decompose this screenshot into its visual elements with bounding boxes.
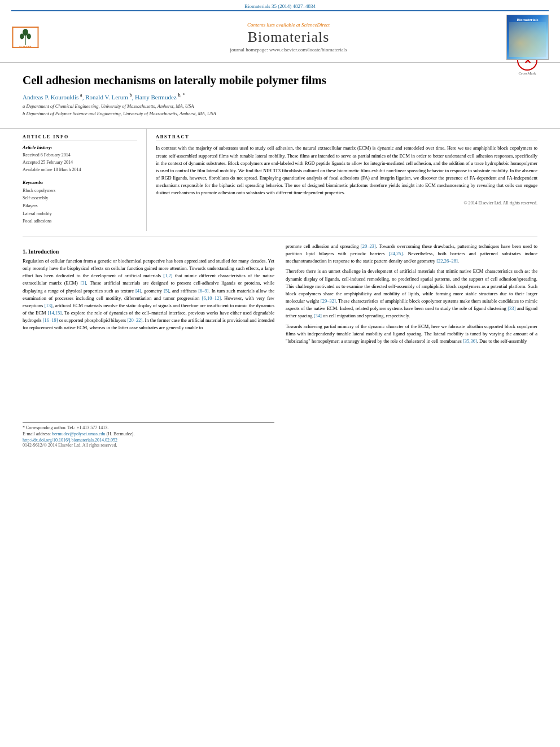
svg-point-8 bbox=[27, 34, 30, 40]
keyword-1: Block copolymers bbox=[23, 187, 137, 195]
journal-homepage-url: journal homepage: www.elsevier.com/locat… bbox=[79, 47, 498, 53]
author-names: Andreas P. Kourouklis a, Ronald V. Lerum… bbox=[23, 94, 185, 101]
journal-reference: Biomaterials 35 (2014) 4827–4834 bbox=[0, 0, 560, 10]
publisher-logo-area: ELSEVIER bbox=[11, 26, 79, 49]
ref-33[interactable]: [33] bbox=[508, 305, 515, 311]
affiliation-a: a Department of Chemical Engineering, Un… bbox=[23, 103, 537, 110]
affiliation-b: b Department of Polymer Science and Engi… bbox=[23, 110, 537, 117]
doi-link[interactable]: http://dx.doi.org/10.1016/j.biomaterials… bbox=[23, 438, 274, 443]
email-link[interactable]: bermudez@polysci.umas.edu bbox=[52, 431, 105, 436]
keywords-label: Keywords: bbox=[23, 180, 137, 185]
ref-24-25[interactable]: [24,25] bbox=[389, 251, 403, 256]
article-history-label: Article history: bbox=[23, 145, 137, 150]
ref-14-15[interactable]: [14,15] bbox=[47, 310, 62, 316]
journal-title-area: Contents lists available at ScienceDirec… bbox=[79, 22, 498, 53]
svg-text:ELSEVIER: ELSEVIER bbox=[19, 45, 32, 48]
keyword-5: Focal adhesions bbox=[23, 217, 137, 225]
elsevier-logo-icon: ELSEVIER bbox=[11, 26, 40, 49]
svg-rect-3 bbox=[12, 27, 14, 48]
footnote-area: * Corresponding author. Tel.: +1 413 577… bbox=[23, 422, 274, 448]
svg-point-7 bbox=[20, 34, 24, 40]
intro-para-1: Regulation of cellular function from a g… bbox=[23, 257, 274, 332]
article-info-column: ARTICLE INFO Article history: Received 6… bbox=[23, 129, 147, 230]
ref-6-9[interactable]: [6–9] bbox=[198, 288, 208, 294]
abstract-column: ABSTRACT In contrast with the majority o… bbox=[156, 129, 537, 230]
crossmark-label: CrossMark bbox=[517, 71, 537, 76]
ref-5[interactable]: [5] bbox=[164, 288, 169, 294]
section-divider bbox=[23, 237, 537, 237]
svg-rect-1 bbox=[12, 27, 39, 28]
journal-cover-area: Biomaterials bbox=[498, 15, 549, 60]
issn-line: 0142-9612/© 2014 Elsevier Ltd. All right… bbox=[23, 443, 274, 448]
article-info-label: ARTICLE INFO bbox=[23, 134, 137, 141]
received-date: Received 6 February 2014 bbox=[23, 152, 137, 159]
keyword-3: Bilayers bbox=[23, 202, 137, 210]
author-list: Andreas P. Kourouklis a, Ronald V. Lerum… bbox=[23, 93, 537, 101]
email-person: (H. Bermudez). bbox=[106, 431, 134, 436]
footnote-corresponding: * Corresponding author. Tel.: +1 413 577… bbox=[23, 425, 274, 430]
copyright-notice: © 2014 Elsevier Ltd. All rights reserved… bbox=[156, 200, 537, 206]
footnote-email: E-mail address: bermudez@polysci.umas.ed… bbox=[23, 431, 274, 436]
accepted-date: Accepted 25 February 2014 bbox=[23, 159, 137, 167]
info-abstract-section: ARTICLE INFO Article history: Received 6… bbox=[0, 128, 560, 230]
journal-ref-text: Biomaterials 35 (2014) 4827–4834 bbox=[244, 3, 316, 9]
ref-34[interactable]: [34] bbox=[314, 313, 322, 318]
introduction-heading: 1. Introduction bbox=[23, 248, 274, 255]
journal-name: Biomaterials bbox=[79, 29, 498, 46]
intro-para-2: promote cell adhesion and spreading [20–… bbox=[286, 243, 537, 265]
ref-4[interactable]: [4] bbox=[135, 288, 141, 294]
email-label: E-mail address: bbox=[23, 431, 51, 436]
ref-22-26-28[interactable]: [22,26–28] bbox=[436, 258, 458, 264]
journal-cover-image: Biomaterials bbox=[506, 15, 549, 60]
ref-13[interactable]: [13] bbox=[45, 303, 53, 308]
ref-1-2[interactable]: [1,2] bbox=[163, 273, 172, 278]
journal-header: ELSEVIER Contents lists available at Sci… bbox=[0, 11, 560, 63]
ref-35-36[interactable]: [35,36] bbox=[463, 338, 477, 344]
intro-para-4: Towards achieving partial mimicry of the… bbox=[286, 323, 537, 346]
sciencedirect-note: Contents lists available at ScienceDirec… bbox=[79, 22, 498, 28]
abstract-text: In contrast with the majority of substra… bbox=[156, 145, 537, 196]
ref-6-10-12[interactable]: [6,10–12] bbox=[202, 295, 221, 301]
sciencedirect-label: ScienceDirect bbox=[301, 22, 330, 28]
svg-rect-4 bbox=[38, 27, 39, 48]
ref-20-22[interactable]: [20–22] bbox=[127, 317, 142, 323]
ref-16-19[interactable]: [16–19] bbox=[43, 317, 58, 323]
keyword-4: Lateral mobility bbox=[23, 210, 137, 218]
ref-20-23[interactable]: [20–23] bbox=[361, 243, 376, 249]
abstract-label: ABSTRACT bbox=[156, 134, 537, 141]
article-header-section: ✕ CrossMark Cell adhesion mechanisms on … bbox=[0, 63, 560, 124]
available-date: Available online 18 March 2014 bbox=[23, 167, 137, 174]
ref-3[interactable]: [3] bbox=[80, 280, 86, 286]
main-right-column: promote cell adhesion and spreading [20–… bbox=[286, 243, 537, 448]
main-content-area: 1. Introduction Regulation of cellular f… bbox=[0, 243, 560, 448]
homepage-label: journal homepage: www.elsevier.com/locat… bbox=[230, 47, 347, 53]
cover-title: Biomaterials bbox=[517, 18, 538, 22]
main-left-column: 1. Introduction Regulation of cellular f… bbox=[23, 243, 274, 448]
ref-29-32[interactable]: [29–32] bbox=[321, 298, 336, 304]
contents-note: Contents lists available at bbox=[247, 22, 301, 28]
intro-heading-text: 1. Introduction bbox=[23, 248, 59, 255]
keywords-section: Keywords: Block copolymers Self-assembly… bbox=[23, 180, 137, 225]
intro-para-3: Therefore there is an unmet challenge in… bbox=[286, 268, 537, 320]
article-title: Cell adhesion mechanisms on laterally mo… bbox=[23, 73, 537, 88]
affiliations: a Department of Chemical Engineering, Un… bbox=[23, 103, 537, 117]
keyword-2: Self-assembly bbox=[23, 194, 137, 202]
cover-design bbox=[509, 22, 546, 57]
